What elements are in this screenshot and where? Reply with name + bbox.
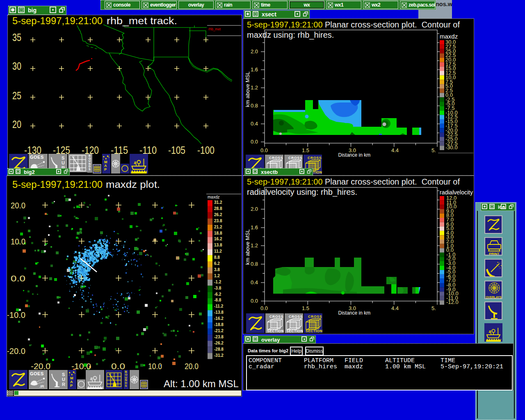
svg-text:-20.0: -20.0 [7, 346, 25, 356]
svg-text:30: 30 [12, 60, 21, 72]
svg-text:-3.8: -3.8 [214, 286, 221, 290]
svg-text:Distance in km: Distance in km [338, 310, 371, 316]
svg-text:U: U [62, 160, 65, 165]
svg-text:-1.2: -1.2 [214, 280, 221, 284]
svg-text:-8.8: -8.8 [214, 298, 221, 302]
svg-text:maxdz: maxdz [208, 195, 219, 199]
svg-text:31.2: 31.2 [214, 200, 222, 205]
svg-text:-10.0: -10.0 [71, 361, 91, 371]
svg-text:-6.2: -6.2 [214, 292, 221, 297]
svg-text:rhb_met: rhb_met [208, 27, 221, 31]
svg-text:S: S [62, 155, 64, 160]
svg-text:5-sep-1997,19:21:00: 5-sep-1997,19:21:00 [247, 20, 323, 29]
svg-text:21.2: 21.2 [214, 225, 222, 229]
svg-text:6.2: 6.2 [214, 261, 220, 266]
svg-text:26.2: 26.2 [214, 212, 222, 217]
svg-text:-11.2: -11.2 [214, 304, 224, 308]
svg-text:1.5: 1.5 [302, 147, 309, 153]
svg-text:Planar cross-section plot. Co: Planar cross-section plot. Contour of [325, 177, 460, 186]
svg-text:5-sep-1997,19:21:00: 5-sep-1997,19:21:00 [247, 177, 323, 186]
svg-text:-21.2: -21.2 [214, 329, 224, 333]
svg-text:S: S [62, 372, 65, 377]
svg-text:1.5: 1.5 [302, 305, 309, 311]
svg-text:CROSS: CROSS [308, 315, 322, 319]
svg-text:0.8: 0.8 [251, 103, 258, 109]
svg-text:5-sep-1997,19:21:00: 5-sep-1997,19:21:00 [12, 179, 103, 190]
svg-text:20.0: 20.0 [11, 201, 25, 210]
svg-text:0.8: 0.8 [251, 261, 258, 267]
svg-text:Distance in km: Distance in km [338, 152, 371, 158]
svg-text:GOES: GOES [30, 155, 44, 160]
svg-text:-26.2: -26.2 [214, 341, 224, 345]
svg-text:0.4: 0.4 [251, 279, 258, 285]
svg-text:km above MSL: km above MSL [244, 229, 251, 265]
svg-text:28.8: 28.8 [214, 206, 222, 211]
svg-text:10.0: 10.0 [148, 361, 162, 371]
svg-text:20: 20 [12, 119, 21, 130]
svg-text:-105: -105 [168, 144, 185, 156]
svg-text:P: P [70, 383, 73, 388]
svg-text:OVERLAYS: OVERLAYS [486, 295, 502, 299]
svg-text:-12.0: -12.0 [446, 299, 459, 305]
svg-text:R: R [62, 382, 65, 387]
svg-text:20.0: 20.0 [185, 361, 199, 371]
svg-text:1.2: 1.2 [251, 84, 258, 91]
svg-text:13.8: 13.8 [214, 243, 222, 247]
svg-text:1.2: 1.2 [214, 274, 220, 278]
svg-text:-30.0: -30.0 [445, 144, 458, 151]
svg-text:SECTION: SECTION [286, 329, 303, 333]
svg-text:CROSS: CROSS [289, 315, 303, 319]
svg-text:-10.0: -10.0 [7, 310, 25, 320]
svg-text:1.2: 1.2 [251, 242, 258, 249]
svg-text:3.8: 3.8 [214, 267, 220, 272]
svg-text:5.: 5. [431, 147, 436, 153]
svg-text:maxdz plot.: maxdz plot. [106, 179, 160, 190]
svg-text:0.0: 0.0 [11, 274, 25, 283]
svg-text:-31.2: -31.2 [214, 353, 224, 358]
svg-text:rhb_met track.: rhb_met track. [107, 16, 177, 26]
svg-text:1.6: 1.6 [251, 224, 258, 231]
svg-text:radialvelocity using: rhb_hire: radialvelocity using: rhb_hires. [247, 187, 357, 197]
svg-text:Planar cross-section plot. Co: Planar cross-section plot. Contour of [325, 20, 460, 29]
svg-text:-100: -100 [197, 144, 215, 156]
svg-text:0.0: 0.0 [251, 139, 258, 145]
svg-text:0.0: 0.0 [111, 361, 125, 371]
svg-text:5-sep-1997,19:21:00: 5-sep-1997,19:21:00 [12, 16, 103, 26]
svg-text:CROSS: CROSS [269, 315, 283, 319]
svg-text:SECTION: SECTION [267, 329, 284, 333]
svg-text:maxdz using: rhb_hires.: maxdz using: rhb_hires. [247, 30, 334, 40]
svg-text:Alt: 1.00 km MSL: Alt: 1.00 km MSL [164, 378, 239, 389]
svg-text:-16.2: -16.2 [214, 316, 224, 321]
svg-text:CROSS: CROSS [308, 156, 322, 160]
svg-text:-20.0: -20.0 [31, 361, 50, 371]
svg-text:23.8: 23.8 [214, 219, 222, 223]
svg-text:S: S [125, 384, 127, 388]
svg-text:1.6: 1.6 [251, 66, 258, 73]
svg-text:-23.8: -23.8 [214, 335, 224, 339]
svg-text:CROSS: CROSS [269, 156, 283, 160]
svg-text:.IR: .IR [39, 384, 44, 388]
svg-text:0.4: 0.4 [251, 121, 258, 127]
svg-text:11.2: 11.2 [214, 249, 222, 253]
svg-text:16.2: 16.2 [214, 237, 222, 241]
svg-text:S: S [89, 168, 91, 171]
svg-text:10.0: 10.0 [11, 237, 25, 246]
svg-text:0.0: 0.0 [251, 298, 258, 304]
svg-text:0.0: 0.0 [260, 147, 268, 153]
svg-text:2.0: 2.0 [251, 48, 258, 55]
svg-text:18.8: 18.8 [214, 231, 222, 235]
svg-text:4.4: 4.4 [391, 147, 399, 153]
svg-text:SECTION: SECTION [306, 329, 322, 333]
svg-text:CROSS: CROSS [288, 156, 302, 160]
svg-text:2.0: 2.0 [251, 206, 258, 212]
svg-text:8.8: 8.8 [214, 255, 220, 260]
svg-text:35: 35 [12, 32, 21, 43]
svg-text:U: U [62, 377, 65, 382]
svg-text:PRINT: PRINT [489, 252, 500, 256]
svg-text:-18.8: -18.8 [214, 322, 224, 327]
svg-text:P: P [104, 167, 107, 171]
svg-text:km above MSL: km above MSL [244, 71, 251, 107]
svg-text:4.4: 4.4 [391, 305, 399, 311]
svg-text:-13.8: -13.8 [214, 310, 224, 315]
svg-text:GOES: GOES [30, 371, 44, 376]
